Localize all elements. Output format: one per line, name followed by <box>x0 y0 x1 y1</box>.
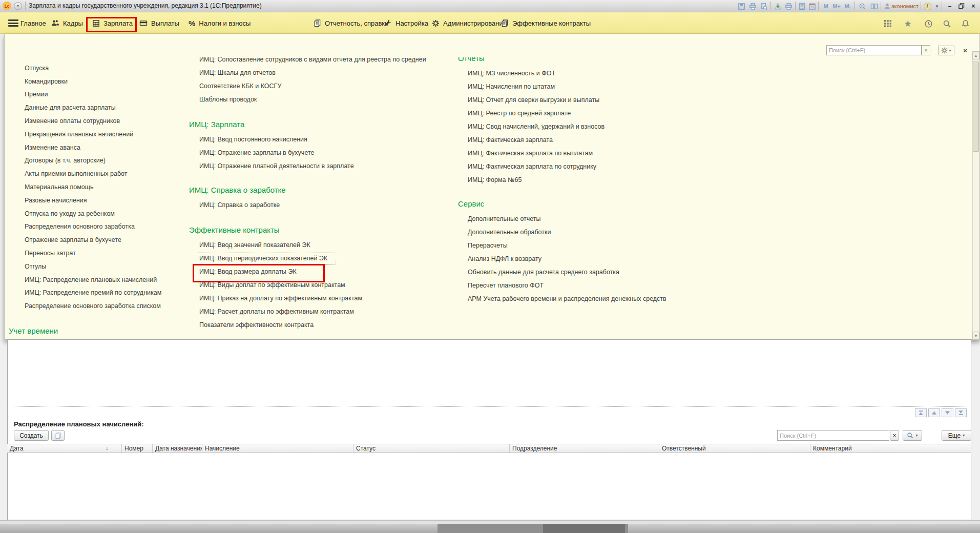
memory-add-button[interactable]: M+ <box>832 2 841 10</box>
menu-link[interactable]: ИМЦ: Виды доплат по эффективным контракт… <box>199 278 345 292</box>
menu-link[interactable]: ИМЦ: Свод начислений, удержаний и взносо… <box>468 120 604 133</box>
go-up-button[interactable] <box>928 408 940 417</box>
menu-link[interactable]: Дополнительные обработки <box>468 225 551 239</box>
print-preview-button[interactable] <box>759 2 768 10</box>
scrollbar-up-arrow[interactable]: ▲ <box>972 51 979 59</box>
splitter-line[interactable] <box>7 406 971 407</box>
minimize-button[interactable]: – <box>945 2 954 10</box>
settings-gear-button[interactable]: ▾ <box>938 46 954 55</box>
menu-link[interactable]: Отгулы <box>25 260 46 273</box>
menu-link[interactable]: Показатели эффективности контракта <box>199 318 314 332</box>
send-button[interactable] <box>773 2 782 10</box>
panel-close-icon[interactable]: × <box>961 46 970 55</box>
column-header[interactable]: Начисление <box>202 444 353 453</box>
tab-administrirovanie[interactable]: Администрирование <box>432 12 507 34</box>
system-menu-button[interactable]: ▼ <box>14 2 22 10</box>
menu-link[interactable]: ИМЦ: Фактическая зарплата по выплатам <box>468 147 593 160</box>
column-header[interactable]: Номер <box>122 444 153 453</box>
menu-link[interactable]: Изменение оплаты сотрудников <box>25 114 120 128</box>
tab-otchetnost[interactable]: Отчетность, справки <box>314 12 388 34</box>
menu-link[interactable]: Отпуска <box>25 61 49 75</box>
quick-print-button[interactable] <box>784 2 793 10</box>
notifications-bell-icon[interactable] <box>961 19 970 28</box>
column-header[interactable]: Ответственный <box>659 444 810 453</box>
menu-link[interactable]: ИМЦ: МЗ численность и ФОТ <box>468 67 555 80</box>
menu-link[interactable]: ИМЦ: Справка о заработке <box>199 198 280 212</box>
current-user-label[interactable]: экономист <box>891 3 919 9</box>
history-clock-icon[interactable] <box>924 19 933 28</box>
menu-link[interactable]: Прекращения плановых начислений <box>25 128 133 141</box>
menu-link[interactable]: Анализ НДФЛ к возврату <box>468 252 541 265</box>
tab-nastroyka[interactable]: Настройка <box>384 12 428 34</box>
menu-link[interactable]: Данные для расчета зарплаты <box>25 101 116 114</box>
menu-link[interactable]: ИМЦ: Начисления по штатам <box>468 80 555 93</box>
go-down-button[interactable] <box>942 408 953 417</box>
menu-link[interactable]: Изменение аванса <box>25 141 80 154</box>
menu-link[interactable]: ИМЦ: Шкалы для отчетов <box>199 66 276 79</box>
menu-link[interactable]: ИМЦ: Отчет для сверки выгрузки и выплаты <box>468 93 599 107</box>
more-button[interactable]: Еще ▾ <box>942 430 971 441</box>
calculator-button[interactable] <box>797 2 806 10</box>
menu-link[interactable]: Обновить данные для расчета среднего зар… <box>468 265 619 279</box>
chevron-down-icon[interactable]: ▾ <box>932 2 942 10</box>
menu-link[interactable]: ИМЦ: Расчет доплаты по эффективным контр… <box>199 305 354 318</box>
copy-button[interactable] <box>51 430 65 441</box>
menu-link[interactable]: Дополнительные отчеты <box>468 212 541 225</box>
menu-link[interactable]: Премии <box>25 88 48 101</box>
tab-glavnoe[interactable]: Главное <box>20 12 46 34</box>
tab-nalogi[interactable]: % Налоги и взносы <box>189 12 251 34</box>
menu-link[interactable]: Отражение зарплаты в бухучете <box>25 233 121 247</box>
menu-link[interactable]: Распределения основного заработка <box>25 220 135 234</box>
save-button[interactable] <box>737 2 746 10</box>
column-header[interactable]: Дата назначения <box>153 444 202 453</box>
menu-link[interactable]: ИМЦ: Отражение зарплаты в бухучете <box>199 146 314 159</box>
split-window-button[interactable] <box>869 2 879 10</box>
scrollbar-down-arrow[interactable]: ▼ <box>972 332 979 340</box>
menu-link[interactable]: Договоры (в т.ч. авторские) <box>25 154 106 168</box>
hamburger-icon[interactable] <box>8 19 18 27</box>
menu-link[interactable]: Шаблоны проводок <box>199 93 257 106</box>
menu-link[interactable]: ИМЦ: Ввод значений показателей ЭК <box>199 238 310 252</box>
panel-search-input[interactable] <box>826 45 922 55</box>
menu-link[interactable]: ИМЦ: Форма №65 <box>468 173 522 187</box>
column-header[interactable]: Дата <box>7 444 122 453</box>
restore-button[interactable] <box>957 2 966 10</box>
search-icon[interactable] <box>942 19 951 28</box>
info-button[interactable]: i <box>923 2 932 10</box>
menu-link[interactable]: Пересчет планового ФОТ <box>468 279 544 292</box>
menu-link[interactable]: ИМЦ: Ввод размера доплаты ЭК <box>199 265 297 278</box>
favorites-star-icon[interactable]: ★ <box>903 19 912 28</box>
menu-link[interactable]: Отпуска по уходу за ребенком <box>25 207 115 220</box>
tab-kadry[interactable]: Кадры <box>51 12 83 34</box>
memory-subtract-button[interactable]: M- <box>843 2 852 10</box>
calendar-button[interactable]: 31 <box>807 2 817 10</box>
menu-link[interactable]: ИМЦ: Ввод периодических показателей ЭК <box>199 252 327 265</box>
menu-link[interactable]: Переносы затрат <box>25 247 76 260</box>
menu-link[interactable]: Распределение основного заработка списко… <box>25 299 161 313</box>
menu-link[interactable]: ИМЦ: Сопоставление сотрудников с видами … <box>199 57 426 66</box>
tab-vyplaty[interactable]: Выплаты <box>139 12 179 34</box>
print-button[interactable] <box>748 2 757 10</box>
tab-effektivnye-kontrakty[interactable]: Эффективные контракты <box>501 12 591 34</box>
menu-link[interactable]: ИМЦ: Распределение премий по сотрудникам <box>25 286 161 300</box>
list-search-input[interactable] <box>777 430 889 441</box>
find-button[interactable]: ▾ <box>903 430 922 441</box>
menu-link[interactable]: ИМЦ: Фактическая зарплата <box>468 133 553 147</box>
search-clear-icon[interactable]: × <box>922 45 930 55</box>
zoom-button[interactable] <box>858 2 867 10</box>
memory-store-button[interactable]: M <box>821 2 830 10</box>
menu-link[interactable]: Материальная помощь <box>25 180 94 194</box>
column-header[interactable]: Комментарий <box>810 444 971 453</box>
go-first-button[interactable] <box>915 408 927 417</box>
menu-link[interactable]: Разовые начисления <box>25 194 87 207</box>
apps-grid-icon[interactable] <box>883 19 892 28</box>
menu-link[interactable]: АРМ Учета рабочего времени и распределен… <box>468 292 666 305</box>
column-header[interactable]: Статус <box>353 444 510 453</box>
menu-link[interactable]: ИМЦ: Приказ на доплату по эффективным ко… <box>199 292 362 305</box>
column-header[interactable]: Подразделение <box>510 444 659 453</box>
menu-link[interactable]: ИМЦ: Распределение плановых начислений <box>25 273 157 286</box>
menu-link[interactable]: ИМЦ: Отражение платной деятельности в за… <box>199 159 354 173</box>
scrollbar-thumb[interactable] <box>973 61 979 152</box>
menu-link[interactable]: ИМЦ: Реестр по средней зарплате <box>468 107 571 120</box>
menu-link[interactable]: Акты приемки выполненных работ <box>25 167 128 180</box>
